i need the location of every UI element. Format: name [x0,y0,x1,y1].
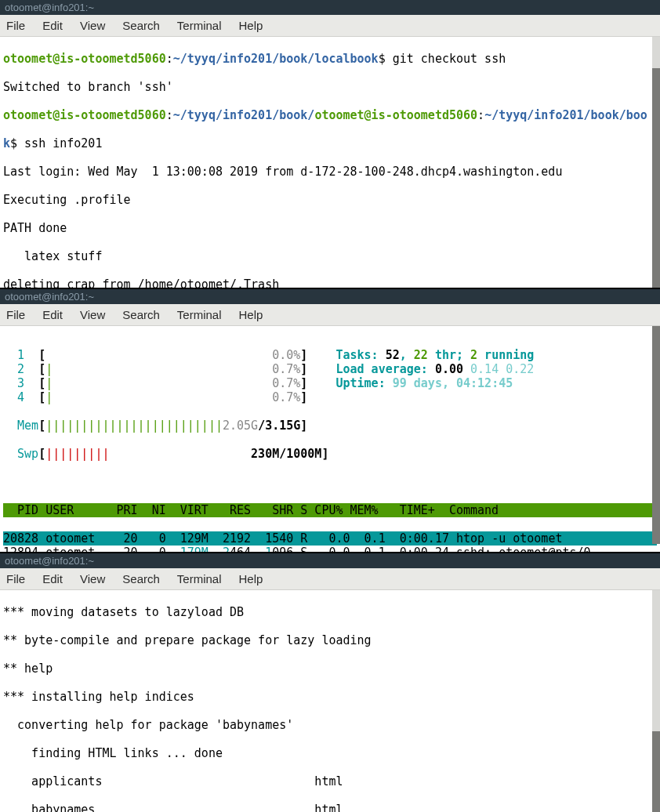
prompt-user: otoomet@is-otoometd5060 [3,52,166,66]
terminal-body-2[interactable]: 1 [ 0.0%] Tasks: 52, 22 thr; 2 running 2… [0,326,660,552]
r-output: ** byte-compile and prepare package for … [3,633,657,647]
prompt-user-2b: otoomet@is-otoometd5060 [314,108,477,122]
menu-search[interactable]: Search [122,308,160,321]
prompt-user-2: otoomet@is-otoometd5060 [3,108,166,122]
mem-used: 2.05G [223,419,258,433]
output-exec: Executing .profile [3,193,657,207]
cpu-label-3: 3 [17,376,24,390]
mem-total: 3.15G [265,419,300,433]
r-output: babynames html [3,803,657,812]
output-switched: Switched to branch 'ssh' [3,80,657,94]
cpu-label-1: 1 [17,348,24,362]
cmd-ssh: ssh info201 [24,136,102,150]
prompt-cont-k: k [3,136,10,150]
mem-bars: ||||||||||||||||||||||||| [45,419,223,433]
terminal-window-3: otoomet@info201:~ File Edit View Search … [0,553,660,812]
r-output: ** help [3,662,657,676]
menu-help[interactable]: Help [239,308,263,321]
prompt-path-2a: ~/tyyq/info201/book/ [173,108,315,122]
menu-file[interactable]: File [6,572,25,585]
menu-help[interactable]: Help [239,19,263,32]
scrollbar-2[interactable] [652,326,660,544]
terminal-body-1[interactable]: otoomet@is-otoometd5060:~/tyyq/info201/b… [0,37,660,288]
terminal-window-1: otoomet@info201:~ File Edit View Search … [0,0,660,288]
output-deleting: deleting crap from /home/otoomet/.Trash [3,277,657,288]
menu-search[interactable]: Search [122,19,160,32]
menu-edit[interactable]: Edit [42,572,63,585]
titlebar-3[interactable]: otoomet@info201:~ [0,553,660,568]
r-output: *** installing help indices [3,690,657,704]
htop-header[interactable]: PID USER PRI NI VIRT RES SHR S CPU% MEM%… [3,503,657,517]
output-latex: latex stuff [3,249,657,263]
menu-terminal[interactable]: Terminal [177,19,222,32]
cmd-git-checkout: git checkout ssh [393,52,506,66]
cpu-label-4: 4 [17,390,24,404]
menu-terminal[interactable]: Terminal [177,308,222,321]
r-output: applicants html [3,774,657,788]
mem-label: Mem [17,419,38,433]
r-output: *** moving datasets to lazyload DB [3,605,657,619]
output-path: PATH done [3,221,657,235]
mem-sep: / [258,419,265,433]
scrollbar-3[interactable] [652,590,660,812]
process-row[interactable]: 20828 otoomet 20 0 129M 2192 1540 R 0.0 … [3,531,657,546]
menubar-1: File Edit View Search Terminal Help [0,15,660,37]
menu-edit[interactable]: Edit [42,308,63,321]
menu-view[interactable]: View [80,19,105,32]
prompt-path: ~/tyyq/info201/book/localbook [173,52,379,66]
menu-file[interactable]: File [6,308,25,321]
menubar-3: File Edit View Search Terminal Help [0,568,660,590]
process-row[interactable]: 12894 otoomet 20 0 179M 2464 1096 S 0.0 … [3,546,657,552]
menu-terminal[interactable]: Terminal [177,572,222,585]
menubar-2: File Edit View Search Terminal Help [0,304,660,326]
r-output: converting help for package 'babynames' [3,718,657,732]
scrollbar-1[interactable] [652,37,660,288]
menu-view[interactable]: View [80,572,105,585]
menu-file[interactable]: File [6,19,25,32]
terminal-body-3[interactable]: *** moving datasets to lazyload DB ** by… [0,590,660,812]
r-output: finding HTML links ... done [3,746,657,760]
output-lastlogin: Last login: Wed May 1 13:00:08 2019 from… [3,165,657,179]
menu-search[interactable]: Search [122,572,160,585]
swp-val: 230M/1000M [251,447,321,461]
prompt-path-2b: ~/tyyq/info201/book/boo [484,108,647,122]
titlebar-2[interactable]: otoomet@info201:~ [0,289,660,304]
menu-help[interactable]: Help [239,572,263,585]
swp-bars: ||||||||| [45,447,109,461]
swp-label: Swp [17,447,38,461]
terminal-window-2: otoomet@info201:~ File Edit View Search … [0,289,660,552]
cpu-label-2: 2 [17,362,24,376]
menu-edit[interactable]: Edit [42,19,63,32]
titlebar-1[interactable]: otoomet@info201:~ [0,0,660,15]
menu-view[interactable]: View [80,308,105,321]
